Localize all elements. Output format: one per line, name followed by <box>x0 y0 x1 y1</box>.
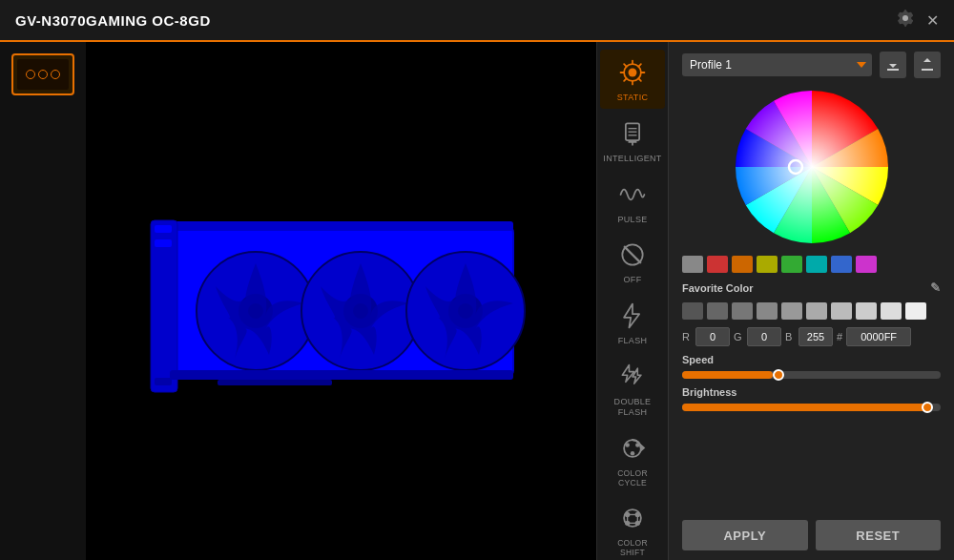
svg-point-38 <box>635 443 639 446</box>
fav-swatch-7[interactable] <box>856 302 877 320</box>
double-flash-icon <box>615 360 650 394</box>
g-input[interactable] <box>747 327 781 346</box>
profile-import-button[interactable] <box>880 52 906 78</box>
svg-marker-36 <box>641 444 645 451</box>
svg-point-37 <box>625 443 629 446</box>
color-shift-label: COLOR SHIFT <box>617 538 648 557</box>
svg-line-22 <box>624 64 627 67</box>
svg-line-34 <box>624 247 641 264</box>
gpu-visualization <box>141 168 542 435</box>
mode-flash[interactable]: FLASH <box>600 293 665 352</box>
mode-intelligent[interactable]: INTELLIGENT <box>600 111 665 170</box>
svg-rect-1 <box>170 221 513 231</box>
rgb-row: R G B # <box>682 327 941 346</box>
static-label: STATIC <box>617 93 648 103</box>
palette-swatch-6[interactable] <box>831 256 852 273</box>
profile-export-button[interactable] <box>914 52 941 78</box>
thumb-fan-2 <box>38 70 48 79</box>
fav-swatch-5[interactable] <box>806 302 827 320</box>
favorite-color-section: Favorite Color ✎ <box>682 280 941 295</box>
color-cycle-icon <box>615 431 650 466</box>
fav-swatch-8[interactable] <box>881 302 902 320</box>
fav-swatch-3[interactable] <box>757 302 778 320</box>
speed-section: Speed <box>682 354 941 379</box>
palette-swatch-4[interactable] <box>781 256 802 273</box>
mode-color-shift[interactable]: COLOR SHIFT <box>600 495 665 560</box>
off-icon <box>615 238 650 272</box>
close-icon[interactable]: ✕ <box>926 11 939 30</box>
svg-rect-5 <box>155 378 172 385</box>
brightness-label: Brightness <box>682 386 941 398</box>
svg-line-23 <box>638 78 641 81</box>
edit-icon[interactable]: ✎ <box>930 280 941 295</box>
thumb-fans <box>26 70 60 79</box>
svg-rect-4 <box>155 239 172 247</box>
thumb-fan-3 <box>51 70 60 79</box>
brightness-slider-thumb[interactable] <box>922 402 933 413</box>
svg-point-50 <box>736 91 888 243</box>
mode-panel: STATIC INTELLIGENT <box>596 42 668 560</box>
fav-swatch-0[interactable] <box>682 302 703 320</box>
fav-swatch-9[interactable] <box>905 302 926 320</box>
mode-double-flash[interactable]: DOUBLE FLASH <box>600 354 665 424</box>
r-input[interactable] <box>695 327 730 346</box>
svg-rect-16 <box>218 380 332 385</box>
speed-slider-fill <box>682 371 773 379</box>
titlebar-controls: ✕ <box>896 9 939 32</box>
left-panel <box>0 42 86 560</box>
brightness-section: Brightness <box>682 386 941 411</box>
pulse-icon <box>615 177 650 212</box>
svg-line-24 <box>638 64 641 67</box>
intelligent-icon <box>615 116 650 151</box>
profile-select[interactable]: Profile 1 Profile 2 Profile 3 <box>682 53 872 76</box>
svg-line-25 <box>624 78 627 81</box>
b-input[interactable] <box>798 327 833 346</box>
mode-color-cycle[interactable]: COLOR CYCLE <box>600 425 665 493</box>
window-title: GV-N3070GAMING OC-8GD <box>15 12 211 29</box>
flash-label: FLASH <box>618 336 648 346</box>
fav-swatch-6[interactable] <box>831 302 852 320</box>
palette-row <box>682 256 941 273</box>
settings-icon[interactable] <box>896 9 915 32</box>
svg-rect-3 <box>155 225 172 233</box>
fav-swatch-4[interactable] <box>781 302 802 320</box>
palette-swatch-3[interactable] <box>757 256 778 273</box>
mode-pulse[interactable]: PULSE <box>600 172 665 231</box>
palette-swatch-0[interactable] <box>682 256 703 273</box>
color-wheel-container <box>682 86 941 248</box>
apply-button[interactable]: APPLY <box>682 520 808 550</box>
palette-swatch-2[interactable] <box>732 256 753 273</box>
controls-panel: Profile 1 Profile 2 Profile 3 <box>668 42 954 560</box>
r-label: R <box>682 331 692 342</box>
bottom-buttons: APPLY RESET <box>682 516 941 550</box>
center-panel <box>86 42 596 560</box>
color-wheel[interactable] <box>731 86 893 248</box>
thumbnail-inner <box>17 59 69 90</box>
reset-button[interactable]: RESET <box>816 520 942 550</box>
main-layout: STATIC INTELLIGENT <box>0 42 954 560</box>
palette-swatch-1[interactable] <box>707 256 728 273</box>
thumb-fan-1 <box>26 70 35 79</box>
off-label: OFF <box>624 275 642 285</box>
speed-slider-track[interactable] <box>682 371 941 379</box>
gpu-thumbnail[interactable] <box>11 53 74 95</box>
brightness-slider-fill <box>682 404 927 411</box>
brightness-slider-track[interactable] <box>682 404 941 411</box>
svg-point-26 <box>629 69 637 77</box>
static-icon <box>615 55 650 90</box>
pulse-label: PULSE <box>617 215 647 225</box>
intelligent-label: INTELLIGENT <box>603 154 661 164</box>
favorite-color-label: Favorite Color <box>682 282 754 294</box>
hex-input[interactable] <box>846 327 911 346</box>
speed-slider-thumb[interactable] <box>773 369 784 381</box>
mode-off[interactable]: OFF <box>600 232 665 291</box>
palette-swatch-7[interactable] <box>856 256 877 273</box>
fav-swatch-1[interactable] <box>707 302 728 320</box>
flash-icon <box>615 299 650 333</box>
palette-swatch-5[interactable] <box>806 256 827 273</box>
fav-swatch-2[interactable] <box>732 302 753 320</box>
mode-static[interactable]: STATIC <box>600 50 665 109</box>
hex-label: # <box>837 331 842 342</box>
double-flash-label: DOUBLE FLASH <box>602 397 663 418</box>
profile-row: Profile 1 Profile 2 Profile 3 <box>682 52 941 78</box>
